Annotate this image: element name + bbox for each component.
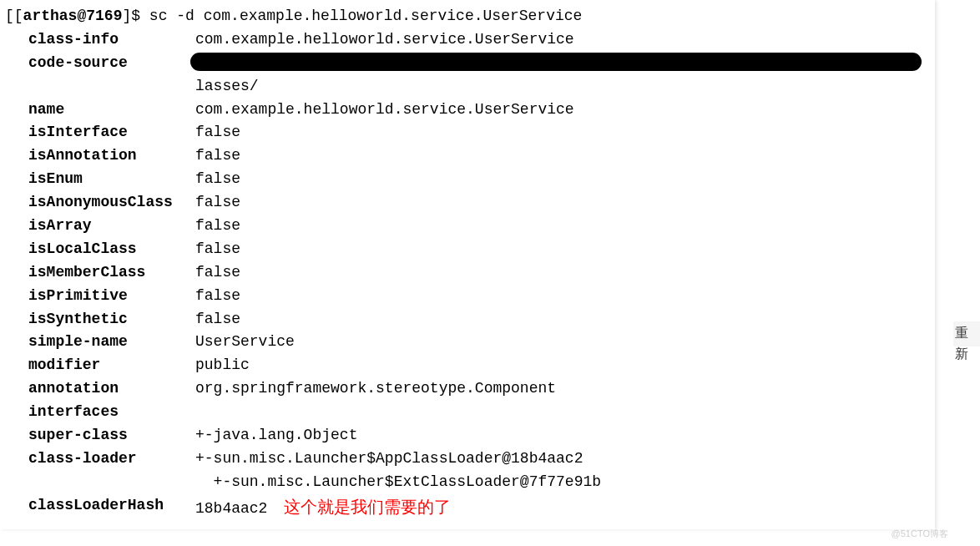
- output-row: isAnonymousClassfalse: [5, 191, 928, 215]
- field-value: false: [195, 168, 928, 191]
- field-key: isArray: [28, 215, 195, 238]
- field-value: com.example.helloworld.service.UserServi…: [195, 28, 928, 52]
- output-row: class-loader+-sun.misc.Launcher$AppClass…: [5, 447, 928, 471]
- output-row: isLocalClassfalse: [5, 238, 928, 261]
- prompt-user-host: arthas@7169: [23, 8, 123, 24]
- field-value: lasses/: [195, 75, 928, 99]
- field-value: +-sun.misc.Launcher$AppClassLoader@18b4a…: [195, 447, 928, 471]
- field-key: code-source: [28, 52, 195, 75]
- field-key: class-info: [28, 28, 195, 52]
- field-value: +-java.lang.Object: [195, 424, 928, 447]
- output-row: simple-nameUserService: [5, 331, 928, 354]
- output-row: isPrimitivefalse: [5, 285, 928, 308]
- prompt-open-bracket: [[: [5, 8, 23, 24]
- output-row: class-infocom.example.helloworld.service…: [5, 28, 928, 52]
- field-value: org.springframework.stereotype.Component: [195, 377, 928, 401]
- annotation-text: 这个就是我们需要的了: [284, 498, 451, 516]
- output-rows: class-infocom.example.helloworld.service…: [5, 28, 928, 521]
- field-key: isPrimitive: [28, 285, 195, 308]
- field-value: false: [195, 308, 928, 331]
- field-value: UserService: [195, 331, 928, 354]
- redacted-trailing-char: c: [911, 51, 920, 74]
- output-row: isInterfacefalse: [5, 121, 928, 144]
- output-row: code-sourcec: [5, 52, 928, 75]
- field-key: class-loader: [28, 447, 195, 471]
- output-row: lasses/: [5, 75, 928, 99]
- output-row: modifierpublic: [5, 354, 928, 377]
- output-row: isEnumfalse: [5, 168, 928, 191]
- field-key: isEnum: [28, 168, 195, 191]
- output-row: isArrayfalse: [5, 215, 928, 238]
- output-row: isSyntheticfalse: [5, 308, 928, 331]
- field-key: simple-name: [28, 331, 195, 354]
- output-row: isAnnotationfalse: [5, 144, 928, 168]
- background-panel-right: 重新: [953, 321, 980, 346]
- field-value: false: [195, 238, 928, 261]
- field-value: false: [195, 261, 928, 285]
- field-key: isMemberClass: [28, 261, 195, 285]
- output-row: annotationorg.springframework.stereotype…: [5, 377, 928, 401]
- field-key: interfaces: [28, 401, 195, 424]
- field-key: classLoaderHash: [28, 494, 195, 518]
- field-key: isInterface: [28, 121, 195, 144]
- output-row: namecom.example.helloworld.service.UserS…: [5, 99, 928, 122]
- output-row: super-class+-java.lang.Object: [5, 424, 928, 447]
- field-key: isLocalClass: [28, 238, 195, 261]
- field-key: annotation: [28, 377, 195, 401]
- redaction-bar: [190, 53, 922, 71]
- command-text: sc -d com.example.helloworld.service.Use…: [149, 8, 582, 24]
- field-key: isAnnotation: [28, 144, 195, 168]
- field-value: false: [195, 285, 928, 308]
- field-value: false: [195, 191, 928, 215]
- field-key: name: [28, 99, 195, 122]
- output-row: interfaces: [5, 401, 928, 424]
- field-value: false: [195, 215, 928, 238]
- field-key: super-class: [28, 424, 195, 447]
- field-value: 18b4aac2这个就是我们需要的了: [195, 494, 928, 521]
- field-value: +-sun.misc.Launcher$ExtClassLoader@7f77e…: [195, 471, 928, 494]
- terminal-window: [[arthas@7169]$ sc -d com.example.hellow…: [0, 0, 935, 529]
- output-row: +-sun.misc.Launcher$ExtClassLoader@7f77e…: [5, 471, 928, 494]
- field-value: com.example.helloworld.service.UserServi…: [195, 99, 928, 122]
- command-prompt-line: [[arthas@7169]$ sc -d com.example.hellow…: [5, 5, 928, 28]
- field-key: isAnonymousClass: [28, 191, 195, 215]
- output-row: classLoaderHash18b4aac2这个就是我们需要的了: [5, 494, 928, 521]
- field-key: modifier: [28, 354, 195, 377]
- field-key: isSynthetic: [28, 308, 195, 331]
- prompt-close-bracket: ]$: [122, 8, 140, 24]
- field-value: false: [195, 144, 928, 168]
- field-value: false: [195, 121, 928, 144]
- output-row: isMemberClassfalse: [5, 261, 928, 285]
- field-value: public: [195, 354, 928, 377]
